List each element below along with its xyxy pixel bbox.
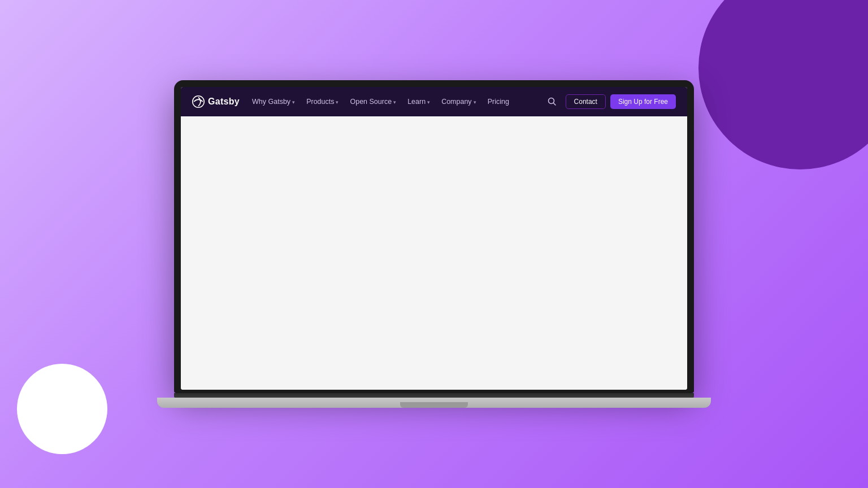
svg-line-2	[553, 103, 555, 106]
navbar-logo[interactable]: Gatsby	[192, 95, 240, 108]
chevron-down-icon: ▾	[474, 99, 476, 105]
gatsby-logo-icon	[192, 95, 205, 108]
chevron-down-icon: ▾	[393, 99, 396, 105]
laptop-base-wrapper	[174, 393, 694, 408]
chevron-down-icon: ▾	[336, 99, 338, 105]
laptop-screen: Gatsby Why Gatsby ▾ Products ▾ Open Sour…	[181, 87, 687, 390]
page-content-area	[181, 116, 687, 390]
laptop-hinge	[174, 393, 694, 398]
nav-item-pricing[interactable]: Pricing	[483, 94, 514, 109]
contact-button[interactable]: Contact	[566, 94, 606, 109]
nav-item-open-source[interactable]: Open Source ▾	[345, 94, 401, 109]
laptop-screen-outer: Gatsby Why Gatsby ▾ Products ▾ Open Sour…	[174, 80, 694, 393]
chevron-down-icon: ▾	[427, 99, 430, 105]
signup-button[interactable]: Sign Up for Free	[610, 94, 676, 109]
nav-item-why-gatsby[interactable]: Why Gatsby ▾	[248, 94, 300, 109]
navbar: Gatsby Why Gatsby ▾ Products ▾ Open Sour…	[181, 87, 687, 116]
decorative-circle-top-right	[698, 0, 868, 169]
nav-item-products[interactable]: Products ▾	[302, 94, 343, 109]
search-button[interactable]	[544, 94, 560, 110]
decorative-circle-bottom-left	[17, 364, 107, 454]
laptop: Gatsby Why Gatsby ▾ Products ▾ Open Sour…	[174, 80, 694, 408]
laptop-mockup: Gatsby Why Gatsby ▾ Products ▾ Open Sour…	[174, 80, 694, 408]
laptop-base	[157, 398, 711, 408]
gatsby-logo-text: Gatsby	[208, 97, 240, 107]
nav-item-learn[interactable]: Learn ▾	[403, 94, 435, 109]
nav-item-company[interactable]: Company ▾	[437, 94, 481, 109]
chevron-down-icon: ▾	[292, 99, 295, 105]
search-icon	[548, 97, 557, 106]
